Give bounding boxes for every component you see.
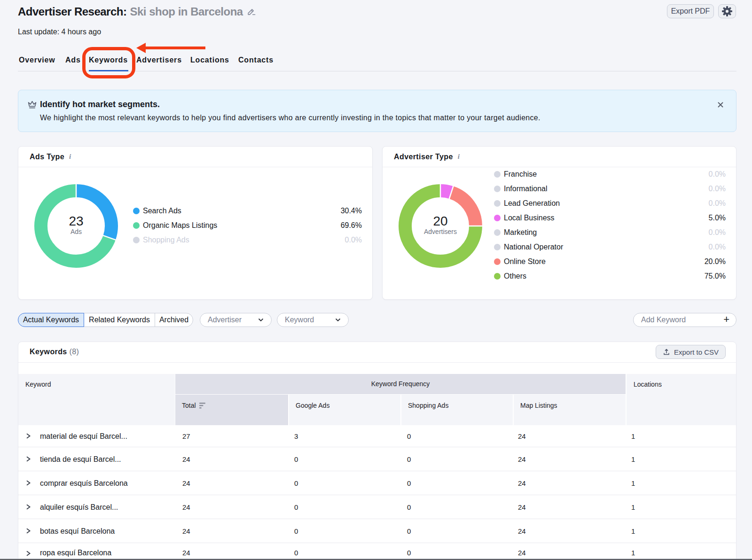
svg-text:Advertisers: Advertisers	[424, 228, 457, 235]
svg-text:Ads: Ads	[70, 228, 82, 235]
svg-text:23: 23	[69, 214, 83, 228]
svg-text:20: 20	[433, 214, 447, 228]
